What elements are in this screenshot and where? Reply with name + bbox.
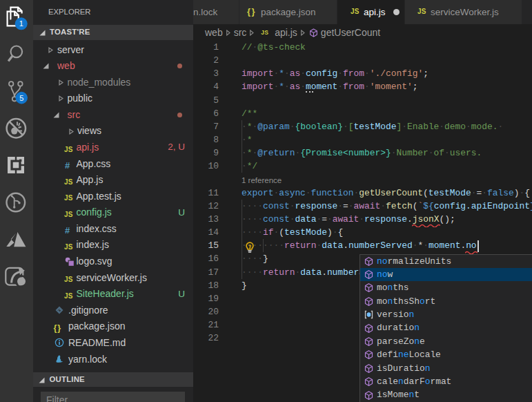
svg-text:1: 1	[19, 19, 23, 28]
svg-text:5: 5	[19, 94, 23, 102]
